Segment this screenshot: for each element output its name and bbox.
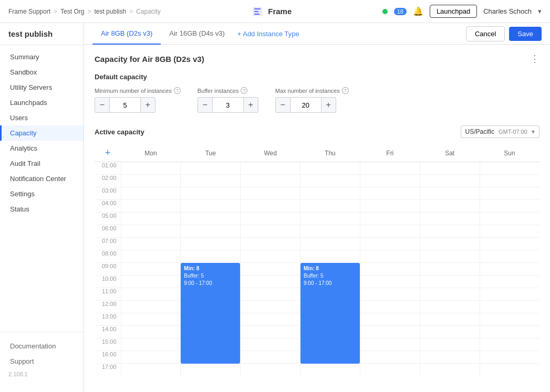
calendar-cell[interactable] <box>121 364 181 376</box>
calendar-cell[interactable] <box>121 250 181 263</box>
calendar-cell[interactable] <box>241 288 300 301</box>
calendar-cell[interactable] <box>480 187 539 200</box>
calendar-cell[interactable]: Min: 8Buffer: 59:00 - 17:00 <box>300 263 360 276</box>
buffer-instances-field[interactable] <box>212 97 244 113</box>
calendar-cell[interactable] <box>241 301 300 313</box>
calendar-cell[interactable] <box>181 326 241 338</box>
calendar-cell[interactable] <box>360 288 420 301</box>
calendar-cell[interactable] <box>241 225 300 238</box>
calendar-cell[interactable] <box>420 313 480 326</box>
calendar-cell[interactable] <box>300 288 360 301</box>
calendar-cell[interactable] <box>121 225 181 238</box>
calendar-cell[interactable] <box>241 364 300 376</box>
cancel-button[interactable]: Cancel <box>466 26 505 41</box>
calendar-cell[interactable] <box>300 238 360 250</box>
calendar-cell[interactable] <box>121 338 181 351</box>
calendar-cell[interactable] <box>121 162 181 175</box>
calendar-cell[interactable] <box>121 313 181 326</box>
calendar-cell[interactable] <box>420 276 480 288</box>
calendar-cell[interactable] <box>360 187 420 200</box>
calendar-cell[interactable] <box>121 238 181 250</box>
calendar-cell[interactable] <box>480 276 539 288</box>
sidebar-item-utility-servers[interactable]: Utility Servers <box>0 80 84 95</box>
calendar-cell[interactable] <box>480 288 539 301</box>
sidebar-item-analytics[interactable]: Analytics <box>0 141 84 156</box>
calendar-cell[interactable] <box>360 351 420 364</box>
calendar-cell[interactable] <box>480 250 539 263</box>
calendar-cell[interactable] <box>300 187 360 200</box>
calendar-cell[interactable] <box>300 301 360 313</box>
buffer-increment-button[interactable]: + <box>244 97 258 113</box>
calendar-cell[interactable] <box>241 175 300 187</box>
calendar-cell[interactable] <box>181 250 241 263</box>
sidebar-item-summary[interactable]: Summary <box>0 49 84 65</box>
calendar-cell[interactable] <box>360 200 420 213</box>
calendar-cell[interactable] <box>480 313 539 326</box>
calendar-cell[interactable] <box>360 263 420 276</box>
calendar-cell[interactable] <box>181 276 241 288</box>
calendar-cell[interactable] <box>360 213 420 225</box>
tab-0[interactable]: Air 8GB (D2s v3) <box>92 23 161 45</box>
calendar-cell[interactable] <box>480 351 539 364</box>
launchpad-button[interactable]: Launchpad <box>430 5 477 18</box>
min-instances-help-icon[interactable]: ? <box>174 87 181 94</box>
calendar-cell[interactable] <box>181 200 241 213</box>
calendar-cell[interactable] <box>420 187 480 200</box>
calendar-cell[interactable] <box>480 301 539 313</box>
sidebar-item-capacity[interactable]: Capacity <box>0 125 84 141</box>
calendar-cell[interactable] <box>300 162 360 175</box>
sidebar-item-status[interactable]: Status <box>0 202 84 217</box>
calendar-cell[interactable] <box>121 187 181 200</box>
max-increment-button[interactable]: + <box>321 97 336 113</box>
calendar-cell[interactable] <box>121 175 181 187</box>
calendar-cell[interactable] <box>480 326 539 338</box>
calendar-cell[interactable] <box>181 162 241 175</box>
calendar-cell[interactable] <box>480 200 539 213</box>
more-options-icon[interactable]: ⋮ <box>530 53 539 65</box>
calendar-cell[interactable] <box>121 351 181 364</box>
min-instances-field[interactable] <box>109 97 141 113</box>
calendar-cell[interactable] <box>360 364 420 376</box>
calendar-cell[interactable] <box>420 338 480 351</box>
user-chevron-icon[interactable]: ▾ <box>538 7 542 15</box>
min-increment-button[interactable]: + <box>141 97 155 113</box>
calendar-cell[interactable] <box>480 364 539 376</box>
max-instances-field[interactable] <box>290 97 321 113</box>
calendar-cell[interactable] <box>181 187 241 200</box>
breadcrumb-item-2[interactable]: test publish <box>94 8 126 15</box>
add-event-button[interactable]: + <box>98 147 117 158</box>
calendar-cell[interactable] <box>480 238 539 250</box>
calendar-cell[interactable] <box>241 313 300 326</box>
calendar-cell[interactable] <box>241 213 300 225</box>
calendar-cell[interactable] <box>480 338 539 351</box>
calendar-cell[interactable] <box>121 200 181 213</box>
calendar-cell[interactable] <box>181 301 241 313</box>
sidebar-item-audit-trail[interactable]: Audit Trail <box>0 156 84 171</box>
calendar-cell[interactable] <box>420 326 480 338</box>
calendar-cell[interactable] <box>241 263 300 276</box>
calendar-cell[interactable] <box>241 162 300 175</box>
buffer-decrement-button[interactable]: − <box>198 97 212 113</box>
sidebar-item-launchpads[interactable]: Launchpads <box>0 95 84 110</box>
calendar-cell[interactable] <box>420 288 480 301</box>
calendar-cell[interactable] <box>300 200 360 213</box>
calendar-cell[interactable] <box>241 238 300 250</box>
calendar-cell[interactable] <box>121 288 181 301</box>
save-button[interactable]: Save <box>509 27 542 41</box>
tab-1[interactable]: Air 16GB (D4s v3) <box>161 23 233 45</box>
calendar-cell[interactable] <box>181 225 241 238</box>
calendar-cell[interactable] <box>241 351 300 364</box>
breadcrumb-item-0[interactable]: Frame Support <box>8 8 50 15</box>
sidebar-item-sandbox[interactable]: Sandbox <box>0 65 84 80</box>
calendar-cell[interactable] <box>360 225 420 238</box>
calendar-cell[interactable] <box>420 162 480 175</box>
breadcrumb-item-1[interactable]: Test Org <box>60 8 84 15</box>
calendar-cell[interactable] <box>360 162 420 175</box>
calendar-cell[interactable] <box>121 276 181 288</box>
sidebar-item-support[interactable]: Support <box>0 354 84 369</box>
calendar-cell[interactable] <box>360 338 420 351</box>
calendar-cell[interactable] <box>480 263 539 276</box>
calendar-cell[interactable] <box>241 276 300 288</box>
timezone-select[interactable]: US/Pacific GMT-07:00 ▾ <box>461 125 539 138</box>
calendar-cell[interactable] <box>420 200 480 213</box>
